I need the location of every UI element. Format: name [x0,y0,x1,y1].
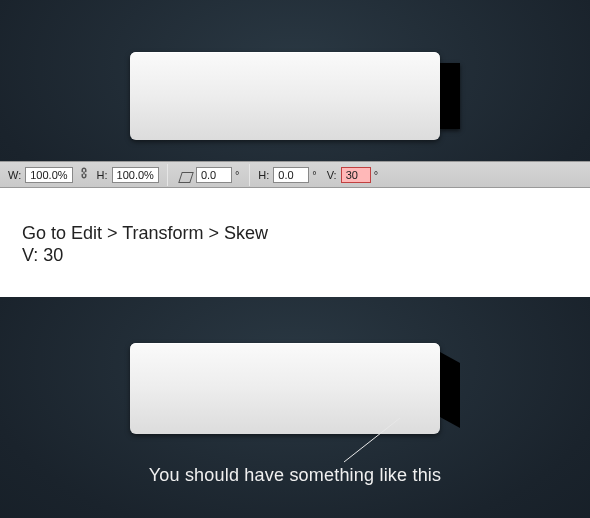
skew-v-label: V: [319,169,341,181]
transform-options-bar: W: 100.0% H: 100.0% 0.0 ° H: 0.0 ° V: 30… [0,161,590,188]
height-input[interactable]: 100.0% [112,167,159,183]
degree-symbol: ° [309,169,318,181]
height-label: H: [95,169,112,181]
instruction-block: Go to Edit > Transform > Skew V: 30 [0,188,590,297]
width-label: W: [0,169,25,181]
black-shape-before [440,63,460,129]
skew-h-label: H: [258,169,273,181]
caption-text: You should have something like this [0,465,590,486]
skew-v-input[interactable]: 30 [341,167,371,183]
instruction-line-2: V: 30 [22,244,590,266]
degree-symbol: ° [371,169,380,181]
rotate-input[interactable]: 0.0 [196,167,232,183]
preview-panel-top [0,0,590,161]
instruction-line-1: Go to Edit > Transform > Skew [22,222,590,244]
rounded-card-bottom [130,343,440,434]
degree-symbol: ° [232,169,241,181]
skew-h-input[interactable]: 0.0 [273,167,309,183]
width-input[interactable]: 100.0% [25,167,72,183]
link-icon[interactable] [73,166,95,183]
svg-marker-0 [440,352,460,428]
rotate-icon [178,171,192,183]
separator [167,164,168,186]
rounded-card-top [130,52,440,140]
separator [249,164,250,186]
black-shape-after [440,343,470,437]
